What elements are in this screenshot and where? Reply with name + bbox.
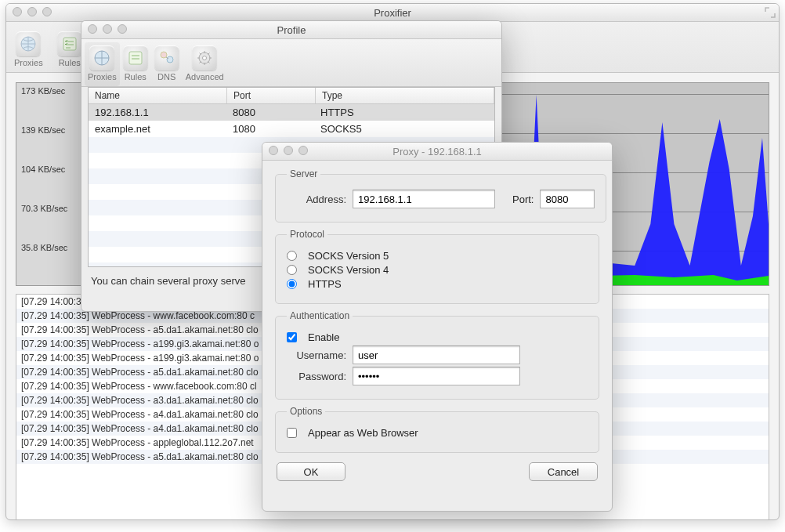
- proxy-traffic-lights: [269, 146, 308, 155]
- auth-legend: Authentication: [287, 310, 353, 321]
- profile-tab-label: Proxies: [88, 72, 117, 81]
- radio-socks5-label: SOCKS Version 5: [308, 250, 389, 262]
- port-label: Port:: [512, 194, 534, 205]
- zoom-icon[interactable]: [298, 146, 308, 155]
- profile-tab-dns[interactable]: DNS: [151, 42, 183, 86]
- options-legend: Options: [287, 406, 325, 417]
- radio-https-label: HTTPS: [308, 278, 342, 290]
- minimize-icon[interactable]: [103, 24, 112, 34]
- globe-icon: [16, 31, 41, 56]
- cell-name: example.net: [89, 121, 226, 137]
- toolbar-rules-label: Rules: [59, 58, 81, 67]
- radio-socks5[interactable]: [287, 251, 297, 261]
- radio-https[interactable]: [287, 279, 297, 289]
- toolbar-proxies[interactable]: Proxies: [11, 28, 46, 72]
- profile-titlebar[interactable]: Profile: [81, 21, 501, 39]
- appear-label: Appear as Web Browser: [308, 427, 418, 439]
- protocol-group: Protocol SOCKS Version 5 SOCKS Version 4…: [275, 229, 599, 304]
- y-tick: 173 KB/sec: [21, 86, 65, 96]
- rules-icon: [57, 31, 82, 56]
- col-header-port[interactable]: Port: [227, 88, 316, 103]
- protocol-legend: Protocol: [287, 229, 327, 240]
- appear-checkbox[interactable]: [287, 428, 297, 438]
- gear-icon: [192, 45, 217, 71]
- profile-tab-advanced[interactable]: Advanced: [183, 42, 227, 86]
- rules-icon: [123, 45, 148, 71]
- server-legend: Server: [287, 168, 320, 179]
- minimize-icon[interactable]: [284, 146, 293, 155]
- fullscreen-icon[interactable]: [765, 7, 776, 18]
- main-titlebar[interactable]: Proxifier: [6, 4, 779, 22]
- svg-rect-5: [129, 52, 142, 64]
- svg-point-6: [161, 52, 167, 58]
- auth-enable-label: Enable: [308, 331, 339, 343]
- username-input[interactable]: [353, 346, 520, 364]
- auth-enable-checkbox[interactable]: [287, 332, 297, 342]
- profile-tab-label: DNS: [157, 72, 175, 81]
- table-header: Name Port Type: [89, 88, 494, 104]
- port-input[interactable]: [540, 190, 595, 208]
- password-label: Password:: [287, 371, 346, 382]
- table-row[interactable]: 192.168.1.18080HTTPS: [89, 104, 494, 121]
- address-label: Address:: [287, 194, 346, 205]
- chart-y-axis: 173 KB/sec 139 KB/sec 104 KB/sec 70.3 KB…: [16, 83, 85, 285]
- proxy-dialog: Proxy - 192.168.1.1 Server Address: Port…: [262, 142, 613, 512]
- proxy-titlebar[interactable]: Proxy - 192.168.1.1: [262, 143, 612, 161]
- zoom-icon[interactable]: [42, 7, 52, 16]
- cell-port: 1080: [226, 121, 314, 137]
- password-input[interactable]: [353, 367, 520, 385]
- dns-icon: [154, 45, 179, 71]
- profile-traffic-lights: [88, 24, 127, 34]
- profile-toolbar: Proxies Rules DNS Advanced: [81, 39, 501, 87]
- close-icon[interactable]: [13, 7, 22, 16]
- options-group: Options Appear as Web Browser: [275, 406, 599, 453]
- zoom-icon[interactable]: [118, 24, 127, 34]
- cancel-button[interactable]: Cancel: [529, 462, 598, 481]
- globe-icon: [89, 45, 114, 71]
- col-header-name[interactable]: Name: [89, 88, 227, 103]
- profile-tab-label: Rules: [125, 72, 147, 81]
- y-tick: 139 KB/sec: [21, 125, 65, 135]
- radio-socks4[interactable]: [287, 265, 297, 275]
- radio-socks4-label: SOCKS Version 4: [308, 264, 389, 276]
- close-icon[interactable]: [88, 24, 97, 34]
- cell-type: HTTPS: [314, 104, 494, 121]
- y-tick: 70.3 KB/sec: [21, 204, 67, 213]
- main-traffic-lights: [13, 7, 52, 16]
- proxy-dialog-title: Proxy - 192.168.1.1: [392, 146, 481, 157]
- y-tick: 104 KB/sec: [21, 165, 65, 174]
- address-input[interactable]: [353, 190, 495, 208]
- username-label: Username:: [287, 349, 346, 361]
- auth-group: Authentication Enable Username: Password…: [275, 310, 599, 400]
- server-group: Server Address: Port:: [275, 168, 606, 223]
- svg-point-9: [203, 56, 207, 60]
- toolbar-proxies-label: Proxies: [14, 58, 43, 67]
- cell-port: 8080: [226, 104, 314, 121]
- close-icon[interactable]: [269, 146, 278, 155]
- y-tick: 35.8 KB/sec: [21, 243, 67, 252]
- profile-tab-proxies[interactable]: Proxies: [85, 42, 120, 86]
- minimize-icon[interactable]: [27, 7, 37, 16]
- cell-type: SOCKS5: [314, 121, 494, 137]
- ok-button[interactable]: OK: [277, 462, 345, 481]
- main-title: Proxifier: [374, 7, 411, 19]
- profile-title: Profile: [277, 24, 306, 36]
- table-row[interactable]: example.net1080SOCKS5: [89, 121, 494, 137]
- col-header-type[interactable]: Type: [316, 88, 494, 103]
- svg-point-7: [167, 56, 173, 63]
- profile-tab-rules[interactable]: Rules: [120, 42, 151, 86]
- profile-tab-label: Advanced: [186, 72, 224, 81]
- cell-name: 192.168.1.1: [89, 104, 226, 121]
